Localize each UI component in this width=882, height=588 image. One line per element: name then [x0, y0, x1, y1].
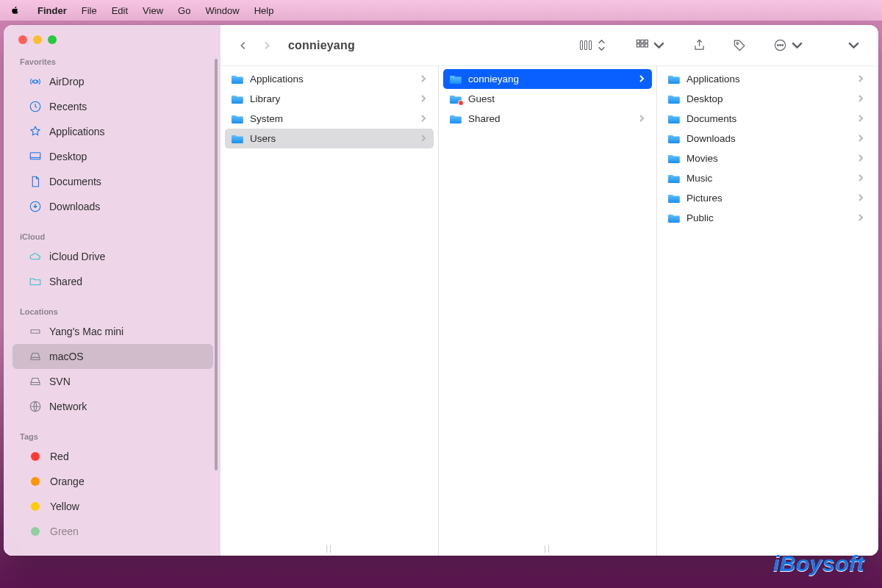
folder-row-public[interactable]: Public	[662, 208, 871, 228]
up-down-chevron-icon	[595, 38, 609, 52]
grid-icon	[635, 38, 649, 52]
folder-row-system[interactable]: System	[225, 109, 434, 129]
folder-icon	[231, 74, 244, 85]
menu-go[interactable]: Go	[171, 5, 198, 16]
folder-row-applications[interactable]: Applications	[662, 69, 871, 89]
folder-icon	[667, 74, 681, 85]
column-resize-handle[interactable]: ||	[544, 544, 551, 553]
chevron-right-icon	[858, 133, 864, 144]
sidebar-item-airdrop[interactable]: AirDrop	[12, 69, 213, 94]
folder-icon	[667, 94, 681, 104]
sidebar-item-network[interactable]: Network	[12, 394, 213, 419]
clock-icon	[29, 100, 42, 113]
folder-row-connieyang[interactable]: connieyang	[443, 69, 652, 89]
folder-icon	[667, 213, 681, 223]
back-button[interactable]	[234, 35, 253, 57]
svg-rect-2	[30, 153, 40, 159]
view-mode-button[interactable]	[576, 35, 613, 57]
minimize-window-button[interactable]	[33, 35, 42, 44]
folder-row-users[interactable]: Users	[225, 129, 434, 148]
sidebar-item-shared[interactable]: Shared	[12, 269, 213, 294]
chevron-right-icon	[858, 74, 864, 85]
sidebar-item-recents[interactable]: Recents	[12, 94, 213, 119]
svg-point-15	[780, 45, 781, 46]
share-button[interactable]	[688, 35, 711, 57]
forward-button[interactable]	[257, 35, 276, 57]
sidebar-item-label: Applications	[49, 126, 105, 137]
sidebar: Favorites AirDrop Recents Applications D…	[4, 25, 220, 556]
sidebar-item-tag-yellow[interactable]: Yellow	[12, 494, 213, 519]
folder-row-shared[interactable]: Shared	[443, 109, 652, 129]
svg-rect-10	[641, 44, 644, 47]
more-button[interactable]	[769, 35, 808, 57]
toolbar-overflow-button[interactable]	[842, 35, 865, 57]
sidebar-item-label: macOS	[49, 351, 84, 362]
sidebar-item-applications[interactable]: Applications	[12, 119, 213, 144]
svg-rect-9	[637, 44, 639, 47]
chevron-right-icon	[858, 173, 864, 184]
sidebar-item-label: Red	[50, 451, 69, 462]
folder-row-pictures[interactable]: Pictures	[662, 188, 871, 208]
folder-icon	[449, 114, 462, 124]
chevron-right-icon	[639, 113, 645, 124]
column-resize-handle[interactable]: ||	[326, 544, 333, 553]
svg-rect-11	[645, 44, 648, 47]
menu-app[interactable]: Finder	[30, 5, 74, 16]
tag-dot-icon	[31, 477, 40, 486]
chevron-down-icon	[847, 38, 861, 52]
menu-window[interactable]: Window	[198, 5, 246, 16]
zoom-window-button[interactable]	[48, 35, 57, 44]
folder-icon	[667, 114, 681, 124]
tag-button[interactable]	[728, 35, 751, 57]
applications-icon	[29, 125, 42, 138]
svg-rect-6	[637, 40, 639, 43]
sidebar-item-svn[interactable]: SVN	[12, 369, 213, 394]
document-icon	[29, 175, 42, 188]
folder-row-downloads[interactable]: Downloads	[662, 129, 871, 148]
svg-point-0	[34, 80, 37, 84]
sidebar-item-label: Recents	[49, 101, 87, 112]
column-3: Applications Desktop Documents Downloads	[657, 66, 875, 556]
sidebar-item-desktop[interactable]: Desktop	[12, 144, 213, 169]
menu-edit[interactable]: Edit	[104, 5, 135, 16]
sidebar-item-icloud-drive[interactable]: iCloud Drive	[12, 244, 213, 269]
sidebar-item-macos[interactable]: macOS	[12, 344, 213, 369]
sidebar-heading-icloud: iCloud	[4, 231, 220, 244]
folder-row-guest[interactable]: Guest	[443, 89, 652, 109]
tag-icon	[733, 38, 747, 52]
folder-row-library[interactable]: Library	[225, 89, 434, 109]
desktop-icon	[29, 150, 42, 163]
sidebar-item-macmini[interactable]: Yang's Mac mini	[12, 319, 213, 344]
folder-row-applications[interactable]: Applications	[225, 69, 434, 89]
sidebar-item-tag-red[interactable]: Red	[12, 444, 213, 469]
group-button[interactable]	[631, 35, 670, 57]
menu-help[interactable]: Help	[247, 5, 282, 16]
chevron-down-icon	[652, 38, 666, 52]
menu-view[interactable]: View	[135, 5, 171, 16]
ellipsis-circle-icon	[773, 38, 787, 52]
sidebar-item-tag-green[interactable]: Green	[12, 519, 213, 544]
sidebar-item-documents[interactable]: Documents	[12, 169, 213, 194]
globe-icon	[29, 400, 42, 413]
sidebar-item-downloads[interactable]: Downloads	[12, 194, 213, 219]
menu-file[interactable]: File	[74, 5, 104, 16]
toolbar: connieyang	[220, 25, 878, 66]
folder-row-music[interactable]: Music	[662, 168, 871, 188]
sidebar-item-label: AirDrop	[49, 76, 84, 87]
folder-row-movies[interactable]: Movies	[662, 148, 871, 168]
tag-dot-icon	[31, 452, 40, 461]
close-window-button[interactable]	[18, 35, 27, 44]
sidebar-item-tag-orange[interactable]: Orange	[12, 469, 213, 494]
folder-row-desktop[interactable]: Desktop	[662, 89, 871, 109]
chevron-right-icon	[420, 113, 426, 124]
shared-folder-icon	[29, 275, 42, 288]
svg-point-12	[736, 43, 738, 44]
finder-window: Favorites AirDrop Recents Applications D…	[4, 25, 878, 556]
folder-row-documents[interactable]: Documents	[662, 109, 871, 129]
apple-logo-icon	[10, 6, 20, 15]
sidebar-item-label: Documents	[49, 176, 101, 187]
chevron-right-icon	[420, 133, 426, 144]
row-label: Public	[686, 212, 714, 223]
sidebar-scrollbar[interactable]	[215, 59, 218, 470]
folder-icon	[231, 114, 244, 124]
